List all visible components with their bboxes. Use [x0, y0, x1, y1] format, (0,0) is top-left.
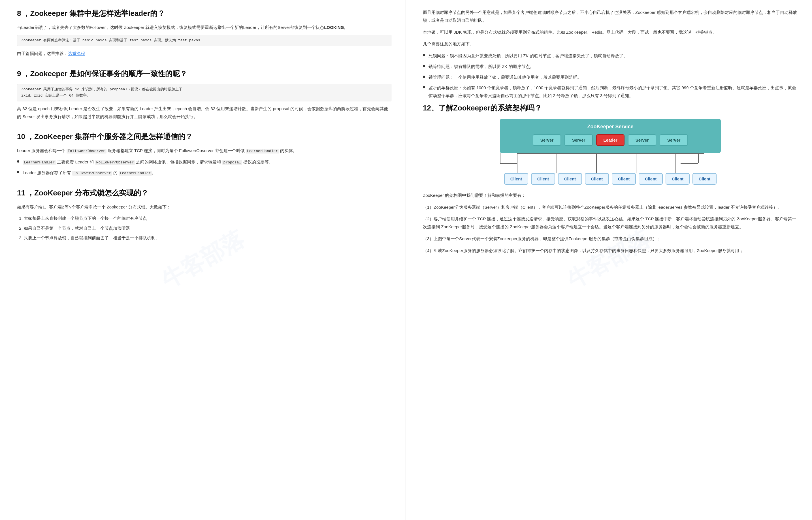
vert-6 — [500, 153, 500, 163]
section-12: 12、了解Zookeeper的系统架构吗？ ZooKeeper Service … — [423, 103, 798, 255]
right-bullet-4: 监听的羊群效应：比如有 1000 个锁竞争者，锁释放了，1000 个竞争者就得到… — [423, 84, 798, 100]
vert-3 — [596, 153, 597, 173]
election-link[interactable]: 选举流程 — [68, 51, 85, 56]
client-box-3: Client — [558, 173, 582, 185]
section-8-title: 8，Zookeeper 集群中是怎样选举leader的？ — [17, 8, 391, 19]
section-12-intro: ZooKeeper 的架构图中我们需要了解和掌握的主要有： — [423, 191, 798, 200]
vert-4 — [636, 153, 636, 173]
client-box-4: Client — [585, 173, 609, 185]
zk-clients-row: Client Client Client Client Client Clien… — [504, 173, 716, 185]
client-box-1: Client — [504, 173, 528, 185]
section-12-p2: （2）客户端使用并维护一个 TCP 连接，通过这个连接发送请求、接受响应、获取观… — [423, 215, 798, 231]
bullet-10-1: LearnerHandler 主要负责 Leader 和 Follower/Ob… — [17, 158, 391, 166]
section-11: 11，ZooKeeper 分布式锁怎么实现的？ 如果有客户端1、客户端2等N个客… — [17, 188, 391, 242]
right-intro-2: 本地锁，可以用 JDK 实现，但是分布式锁就必须要用到分布式的组件。比如 Zoo… — [423, 28, 798, 36]
section-11-para1: 如果有客户端1、客户端2等N个客户端争抢一个 Zookeeper 分布式锁。大致… — [17, 203, 391, 211]
section-10-bullets: LearnerHandler 主要负责 Leader 和 Follower/Ob… — [17, 158, 391, 177]
left-panel: 8，Zookeeper 集群中是怎样选举leader的？ 当Leader崩溃了，… — [0, 0, 406, 520]
zk-service-label: ZooKeeper Service — [508, 124, 712, 130]
right-bullet-3: 锁管理问题：一个使用使用释放了锁，需要通知其他使用者，所以需要用到监听。 — [423, 73, 798, 81]
bullet-10-2: Leader 服务器保存了所有 Follower/Observer 的 Lear… — [17, 169, 391, 177]
client-box-8: Client — [692, 173, 716, 185]
section-8-code: Zookeeper 有两种选举算法：基于 basic paxos 实现和基于 f… — [17, 35, 391, 46]
section-8-link-para: 由于篇幅问题，这里推荐：选举流程 — [17, 50, 391, 57]
right-bullets: 死锁问题：锁不能因为意外就变成死锁，所以要用 ZK 的临时节点，客户端连接失效了… — [423, 52, 798, 100]
client-box-5: Client — [612, 173, 636, 185]
section-10-title: 10，ZooKeeper 集群中个服务器之间是怎样通信的？ — [17, 132, 391, 141]
vert-5 — [676, 153, 676, 173]
section-9-title: 9，Zookeeper 是如何保证事务的顺序一致性的呢？ — [17, 69, 391, 79]
connector-area — [500, 153, 721, 173]
right-panel: 而且用临时顺序节点的另外一个用意就是，如果某个客户端创建临时顺序节点之后，不小心… — [406, 0, 812, 520]
server-box-4: Server — [660, 134, 688, 146]
section-12-p3: （3）上图中每一个Server代表一个安装Zookeeper服务的机器，即是整个… — [423, 235, 798, 243]
vert-2 — [556, 153, 557, 173]
section-10-para1: Leader 服务器会和每一个 Follower/Observer 服务器都建立… — [17, 147, 391, 155]
right-bullet-1: 死锁问题：锁不能因为意外就变成死锁，所以要用 ZK 的临时节点，客户端连接失效了… — [423, 52, 798, 60]
right-intro-1: 而且用临时顺序节点的另外一个用意就是，如果某个客户端创建临时顺序节点之后，不小心… — [423, 8, 798, 24]
ordered-11-2: 如果自己不是第一个节点，就对自己上一个节点加监听器 — [24, 224, 391, 233]
zk-architecture-diagram: ZooKeeper Service Server Server Leader S… — [423, 119, 798, 185]
section-9-para2: 高 32 位是 epoch 用来标识 Leader 是否发生了改变，如果有新的 … — [17, 105, 391, 121]
section-11-title: 11，ZooKeeper 分布式锁怎么实现的？ — [17, 188, 391, 198]
vert-7 — [698, 153, 699, 163]
server-box-3: Server — [628, 134, 656, 146]
section-12-p1: （1）ZooKeeper分为服务器端（Server）和客户端（Client），客… — [423, 203, 798, 211]
server-box-2: Server — [565, 134, 593, 146]
mini-h-left — [500, 163, 518, 164]
section-9-code: Zookeeper 采用了递增的事务 id 来识别，所有的 proposal（提… — [17, 84, 391, 101]
ordered-11-1: 大家都是上来直接创建一个锁节点下的一个接一个的临时有序节点 — [24, 214, 391, 223]
ordered-11-3: 只要上一个节点释放锁，自己就排到前面去了，相当于是一个排队机制。 — [24, 234, 391, 242]
section-8: 8，Zookeeper 集群中是怎样选举leader的？ 当Leader崩溃了，… — [17, 8, 391, 57]
server-box-leader: Leader — [596, 134, 625, 146]
right-intro-3: 几个需要注意的地方如下。 — [423, 40, 798, 48]
right-bullet-2: 锁等待问题：锁有排队的需求，所以要 ZK 的顺序节点。 — [423, 62, 798, 71]
zk-service-box: ZooKeeper Service Server Server Leader S… — [500, 119, 721, 153]
section-9: 9，Zookeeper 是如何保证事务的顺序一致性的呢？ Zookeeper 采… — [17, 69, 391, 121]
mini-h-right — [681, 163, 698, 164]
client-box-7: Client — [665, 173, 690, 185]
section-12-p4: （4）组成ZooKeeper服务的服务器必须彼此了解。它们维护一个内存中的状态图… — [423, 247, 798, 255]
server-box-1: Server — [533, 134, 561, 146]
client-box-6: Client — [639, 173, 663, 185]
client-box-2: Client — [531, 173, 555, 185]
section-10: 10，ZooKeeper 集群中个服务器之间是怎样通信的？ Leader 服务器… — [17, 132, 391, 177]
section-12-title: 12、了解Zookeeper的系统架构吗？ — [423, 103, 798, 113]
section-11-ordered: 大家都是上来直接创建一个锁节点下的一个接一个的临时有序节点 如果自己不是第一个节… — [24, 214, 391, 242]
zk-servers-row: Server Server Leader Server Server — [508, 134, 712, 146]
section-8-para1: 当Leader崩溃了，或者失去了大多数的Follower，这时候 Zookeep… — [17, 24, 391, 31]
